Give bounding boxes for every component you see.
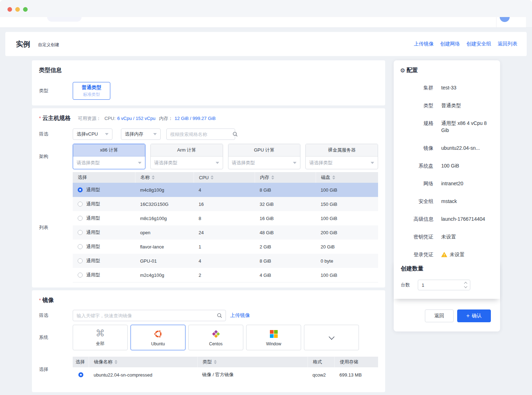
zoom-button[interactable]: [23, 7, 28, 12]
search-icon: [233, 132, 238, 137]
flavor-row-open[interactable]: 通用型 open 24 48 GiB 200 GiB: [73, 225, 378, 240]
flavor-row-m4c8g100g[interactable]: 通用型 m4c8g100g 4 8 GiB 100 GiB: [73, 183, 378, 197]
window-controls: [7, 7, 28, 12]
flavor-row-m8c16g100g[interactable]: 通用型 m8c16g100g 8 16 GiB 100 GiB: [73, 211, 378, 225]
arch-tab-baremetal-header[interactable]: 裸金属服务器: [306, 144, 378, 157]
type-normal-button[interactable]: 普通类型 标准类型: [73, 82, 110, 100]
confirm-button[interactable]: + 确认: [457, 309, 491, 322]
image-table: 选择 镜像名称 类型 格式 使用存储 ubuntu22.04-sn-c: [73, 357, 378, 382]
flavor-col-name[interactable]: 名称: [135, 172, 194, 183]
arch-tab-arm: Arm 计算 请选择类型: [150, 144, 223, 169]
app-window: 实例 自定义创建 上传镜像 创建网络 创建安全组 返回列表 类型信息 类型 普通…: [0, 0, 532, 395]
page-title: 实例: [16, 39, 30, 49]
flavor-radio[interactable]: [78, 244, 83, 249]
count-field-label: 台数: [401, 282, 418, 288]
os-card-centos[interactable]: Centos: [188, 325, 243, 350]
count-input[interactable]: [422, 282, 457, 288]
sort-icon[interactable]: [211, 175, 214, 180]
sort-icon[interactable]: [152, 175, 155, 180]
quantity-stepper[interactable]: [464, 282, 467, 288]
section-title-image: 镜像: [42, 297, 54, 304]
count-title: 创建数量: [401, 265, 493, 273]
sort-icon[interactable]: [332, 175, 335, 180]
create-network-link[interactable]: 创建网络: [440, 41, 460, 47]
vcpu-select[interactable]: 选择vCPU: [73, 128, 112, 140]
flavor-filter-label: 筛选: [39, 131, 73, 137]
os-card-window[interactable]: Window: [246, 325, 301, 350]
arch-tab-gpu: GPU 计算 请选择类型: [228, 144, 301, 169]
image-col-type[interactable]: 类型: [197, 357, 307, 367]
flavor-radio[interactable]: [78, 230, 83, 235]
flavor-col-select: 选择: [73, 172, 135, 183]
flavor-col-disk[interactable]: 磁盘: [316, 172, 378, 183]
image-col-storage: 使用存储: [334, 357, 378, 367]
list-label: 列表: [39, 224, 73, 231]
breadcrumb-bar: 实例 自定义创建 上传镜像 创建网络 创建安全组 返回列表: [5, 32, 527, 56]
ubuntu-icon: [154, 329, 163, 339]
image-search-input[interactable]: [77, 313, 217, 318]
header-actions: 上传镜像 创建网络 创建安全组 返回列表: [414, 41, 517, 47]
flavor-row-m2c4g100g[interactable]: 通用型 m2c4g100g 2 4 GiB 100 GiB: [73, 268, 378, 282]
window-chrome: [0, 0, 532, 17]
os-card-all[interactable]: ⌘ 全部: [73, 325, 128, 350]
breadcrumb: 自定义创建: [38, 40, 59, 48]
chevron-down-icon: [293, 162, 297, 164]
chevron-down-icon: [138, 162, 142, 164]
os-card-ubuntu[interactable]: Ubuntu: [131, 325, 185, 350]
main-column: 类型信息 类型 普通类型 标准类型 * 云主机规格 可用资源：: [32, 60, 385, 392]
flavor-col-cpu[interactable]: CPU: [194, 172, 255, 183]
flavor-search-box: [166, 128, 235, 140]
scrollbar-gutter: [526, 17, 532, 27]
back-button[interactable]: 返回: [425, 309, 454, 322]
chevron-down-icon: [371, 162, 374, 164]
arch-x86-type-select[interactable]: 请选择类型: [73, 157, 145, 169]
back-to-list-link[interactable]: 返回列表: [498, 41, 517, 47]
minimize-button[interactable]: [15, 7, 20, 12]
stepper-down-icon[interactable]: [464, 285, 467, 288]
config-items: 集群 test-33 类型 普通类型 规格 通用型 x86 4 vCpu 8 G…: [394, 84, 500, 258]
flavor-radio[interactable]: [78, 258, 83, 263]
user-avatar[interactable]: [500, 17, 510, 22]
memory-select-value: 选择内存: [125, 131, 143, 137]
flavor-row-GPU-01[interactable]: 通用型 GPU-01 4 8 GiB 0 byte: [73, 254, 378, 268]
upload-image-link[interactable]: 上传镜像: [414, 41, 434, 47]
sort-icon[interactable]: [214, 360, 217, 364]
config-item-cluster: 集群 test-33: [394, 84, 500, 91]
topbar-divider: [496, 17, 497, 27]
flavor-radio[interactable]: [78, 216, 83, 221]
expand-os-list-button[interactable]: [304, 325, 359, 350]
arch-tab-arm-header[interactable]: Arm 计算: [151, 144, 223, 157]
sort-icon[interactable]: [115, 360, 117, 364]
image-radio[interactable]: [78, 372, 83, 377]
config-title: 配置: [406, 67, 418, 74]
flavor-search-input[interactable]: [170, 132, 233, 137]
flavor-col-mem[interactable]: 内存: [255, 172, 316, 183]
section-title-type: 类型信息: [39, 67, 378, 74]
arch-tab-baremetal: 裸金属服务器 请选择类型: [305, 144, 378, 169]
upload-image-inline-link[interactable]: 上传镜像: [230, 312, 250, 319]
arch-tab-gpu-header[interactable]: GPU 计算: [228, 144, 300, 157]
create-count-section: 创建数量 台数: [394, 259, 500, 299]
plus-icon: +: [466, 313, 470, 319]
sort-icon[interactable]: [271, 175, 274, 180]
arch-baremetal-type-select[interactable]: 请选择类型: [306, 157, 378, 169]
arch-arm-type-value: 请选择类型: [154, 160, 177, 166]
flavor-row-16C32G150G[interactable]: 通用型 16C32G150G 16 32 GiB 150 GiB: [73, 197, 378, 211]
arch-arm-type-select[interactable]: 请选择类型: [151, 157, 223, 169]
flavor-section: * 云主机规格 可用资源： CPU: 6 vCpu / 152 vCpu 内存：…: [32, 108, 385, 287]
config-item-login: 登录凭证 未设置: [394, 251, 500, 258]
arch-tab-x86-header[interactable]: x86 计算: [73, 144, 145, 157]
arch-gpu-type-select[interactable]: 请选择类型: [228, 157, 300, 169]
flavor-radio[interactable]: [78, 187, 83, 192]
image-select-label: 选择: [39, 366, 73, 373]
flavor-radio[interactable]: [78, 202, 83, 207]
image-col-name[interactable]: 镜像名称: [89, 357, 197, 367]
arch-label: 架构: [39, 153, 73, 160]
image-row-ubuntu2204[interactable]: ubuntu22.04-sn-compressed 镜像 / 官方镜像 qcow…: [73, 367, 378, 382]
memory-select[interactable]: 选择内存: [121, 128, 161, 140]
close-button[interactable]: [7, 7, 12, 12]
flavor-radio[interactable]: [78, 273, 83, 278]
create-security-group-link[interactable]: 创建安全组: [466, 41, 491, 47]
search-icon: [217, 313, 222, 318]
flavor-row-flavor-lance[interactable]: 通用型 flavor-lance 1 2 GiB 20 GiB: [73, 240, 378, 254]
